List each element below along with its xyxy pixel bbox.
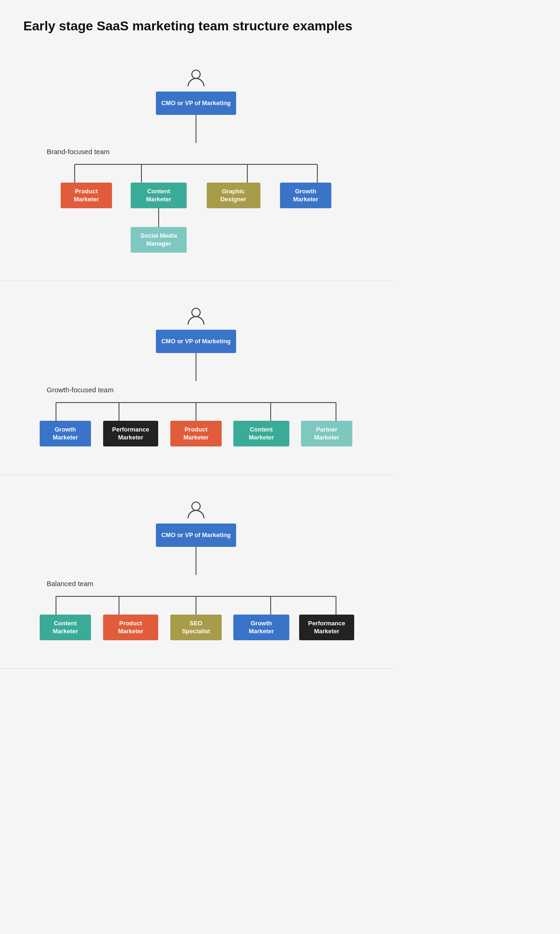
child-content-marketer-3: ContentMarketer <box>37 615 93 640</box>
root-block-balanced: CMO or VP of Marketing <box>156 498 237 547</box>
vline-3 <box>196 547 196 575</box>
child-content-marketer-1: ContentMarketer Social MediaManager <box>128 183 189 253</box>
node-content-marketer-2: ContentMarketer <box>233 421 289 446</box>
node-product-marketer-1: ProductMarketer <box>61 183 112 208</box>
child-growth-marketer-1: GrowthMarketer <box>278 183 334 208</box>
person-icon-1 <box>184 66 208 90</box>
child-partner-marketer: PartnerMarketer <box>299 421 355 446</box>
team-label-balanced: Balanced team <box>47 580 93 587</box>
node-growth-marketer-2: GrowthMarketer <box>40 421 91 446</box>
node-social-media-manager: Social MediaManager <box>131 227 187 253</box>
root-block-brand: CMO or VP of Marketing <box>156 66 237 115</box>
team-label-growth: Growth-focused team <box>47 386 113 394</box>
node-growth-marketer-3: GrowthMarketer <box>233 615 289 640</box>
child-graphic-designer: GraphicDesigner <box>203 183 264 208</box>
person-icon-3 <box>184 498 208 522</box>
children-row-balanced: ContentMarketer ProductMarketer SEOSpeci… <box>28 615 364 640</box>
child-product-marketer-2: ProductMarketer <box>168 421 224 446</box>
vline-2 <box>196 353 196 381</box>
node-partner-marketer: PartnerMarketer <box>301 421 352 446</box>
branch-connector-brand <box>37 164 355 183</box>
svg-point-6 <box>192 308 200 317</box>
team-label-brand: Brand-focused team <box>47 148 110 156</box>
page-title: Early stage SaaS marketing team structur… <box>0 0 392 48</box>
svg-point-0 <box>192 70 200 78</box>
node-graphic-designer: GraphicDesigner <box>207 183 260 208</box>
vline-1 <box>196 115 196 143</box>
node-content-marketer-3: ContentMarketer <box>40 615 91 640</box>
svg-point-13 <box>192 502 200 510</box>
node-performance-marketer-2: PerformanceMarketer <box>299 615 354 640</box>
branch-connector-balanced <box>28 596 364 615</box>
section-balanced: CMO or VP of Marketing Balanced team Con… <box>0 475 392 669</box>
child-growth-marketer-3: GrowthMarketer <box>231 615 292 640</box>
root-node-balanced: CMO or VP of Marketing <box>156 524 237 547</box>
root-node-brand: CMO or VP of Marketing <box>156 92 237 115</box>
child-seo-specialist: SEOSpecialist <box>168 615 224 640</box>
person-icon-2 <box>184 304 208 328</box>
child-content-marketer-2: ContentMarketer <box>231 421 292 446</box>
root-block-growth: CMO or VP of Marketing <box>156 304 237 353</box>
section-growth: CMO or VP of Marketing Growth-focused te… <box>0 281 392 475</box>
branch-connector-growth <box>28 402 364 421</box>
child-performance-marketer-2: PerformanceMarketer <box>299 615 355 640</box>
root-node-growth: CMO or VP of Marketing <box>156 330 237 353</box>
vline-sub-1 <box>158 208 159 227</box>
child-product-marketer-3: ProductMarketer <box>100 615 161 640</box>
children-row-growth: GrowthMarketer PerformanceMarketer Produ… <box>28 421 364 446</box>
section-brand: CMO or VP of Marketing Brand-focused tea… <box>0 48 392 281</box>
node-growth-marketer-1: GrowthMarketer <box>280 183 331 208</box>
node-product-marketer-3: ProductMarketer <box>103 615 158 640</box>
node-seo-specialist: SEOSpecialist <box>170 615 222 640</box>
node-content-marketer-1: ContentMarketer <box>131 183 187 208</box>
node-performance-marketer-1: PerformanceMarketer <box>103 421 158 446</box>
child-product-marketer-1: ProductMarketer <box>58 183 114 208</box>
node-product-marketer-2: ProductMarketer <box>170 421 222 446</box>
child-performance-marketer-1: PerformanceMarketer <box>100 421 161 446</box>
children-row-brand: ProductMarketer ContentMarketer Social M… <box>37 183 355 253</box>
child-growth-marketer-2: GrowthMarketer <box>37 421 93 446</box>
